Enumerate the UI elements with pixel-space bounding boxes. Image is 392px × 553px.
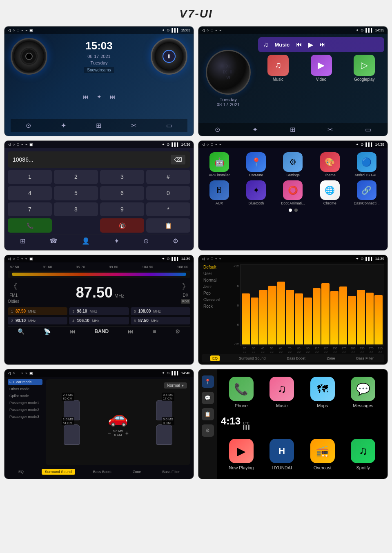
nav-call[interactable]: ☎	[49, 237, 58, 245]
app-chrome[interactable]: 🌐 Chrome	[313, 180, 347, 205]
eq-bar-10[interactable]	[321, 283, 330, 344]
app-googleplay[interactable]: ▷ Googleplay	[344, 55, 384, 82]
cp-app-phone[interactable]: 📞 Phone	[221, 373, 262, 411]
nav-apps[interactable]: ⊞	[290, 126, 295, 133]
tab-surround-active[interactable]: Surround Sound	[42, 469, 75, 475]
nav-settings[interactable]: ✂	[327, 126, 333, 133]
eq-bar-4[interactable]	[268, 286, 276, 344]
preset-1[interactable]: 1 87.50 MHz	[8, 307, 67, 315]
preset-pop[interactable]: Pop	[202, 291, 228, 296]
cp-app-nowplaying[interactable]: ▶ Now Playing	[221, 435, 262, 473]
eq-bar-13[interactable]	[348, 296, 356, 344]
next-button[interactable]: ⏭	[110, 93, 116, 100]
sidebar-icon-4[interactable]: ⚙	[202, 424, 214, 437]
plus-btn[interactable]: +	[125, 430, 129, 436]
mode-passenger3[interactable]: Passenger mode3	[8, 414, 42, 420]
nav-bt2[interactable]: ⊙	[143, 237, 149, 245]
back-icon[interactable]: ◁	[202, 142, 205, 147]
dial-5[interactable]: 5	[54, 186, 98, 200]
nav-settings[interactable]: ⚙	[173, 237, 178, 245]
backspace-btn[interactable]: ⌫	[171, 155, 185, 164]
recents-icon[interactable]: □	[17, 28, 19, 32]
nav-bt[interactable]: ✦	[252, 126, 258, 133]
dial-2[interactable]: 2	[54, 170, 98, 184]
nav-contacts[interactable]: 👤	[82, 237, 90, 245]
back-icon[interactable]: ◁	[8, 142, 11, 147]
home-icon[interactable]: ○	[207, 142, 209, 147]
prev-btn[interactable]: ⏮	[70, 328, 76, 335]
dial-1[interactable]: 1	[8, 170, 52, 184]
minus-btn[interactable]: −	[107, 430, 111, 436]
dial-7[interactable]: 7	[8, 202, 52, 217]
search-icon[interactable]: 🔍	[18, 328, 24, 335]
back-icon[interactable]: ◁	[202, 28, 205, 32]
recents-icon[interactable]: □	[211, 142, 213, 147]
recents-icon[interactable]: □	[17, 142, 19, 147]
band-btn[interactable]: BAND	[95, 329, 109, 334]
app-music[interactable]: ♫ Music	[258, 55, 298, 82]
dial-hash[interactable]: #	[146, 170, 190, 184]
music-banner[interactable]: ♫ Music ⏮ ▶ ⏭	[258, 37, 384, 52]
app-bootani[interactable]: ⭕ Boot Animati...	[276, 180, 310, 205]
app-androits[interactable]: 🔵 AndroiTS GP...	[350, 152, 383, 177]
nav-camera[interactable]: ▭	[365, 126, 371, 133]
preset-classical[interactable]: Classical	[202, 297, 228, 302]
tab-zone[interactable]: Zone	[129, 469, 145, 475]
eq-bar-6[interactable]	[286, 290, 294, 344]
mode-passenger1[interactable]: Passenger mode1	[8, 400, 42, 406]
nav-bt[interactable]: ✦	[61, 122, 66, 129]
app-aux[interactable]: 🎚 AUX	[203, 180, 236, 205]
next-btn[interactable]: ⏭	[128, 328, 134, 335]
cp-app-spotify[interactable]: ♫ Spotify	[343, 435, 384, 473]
nav-location[interactable]: ⊙	[215, 126, 220, 133]
back-icon[interactable]: ◁	[8, 257, 11, 261]
mode-fullcar[interactable]: Full car mode	[8, 379, 42, 385]
preset-4[interactable]: 4 106.10 MHz	[69, 317, 129, 324]
play-button[interactable]: ⏸	[163, 50, 176, 63]
preset-user[interactable]: User	[202, 271, 228, 276]
tab-zone[interactable]: Zone	[325, 355, 337, 361]
cp-app-messages[interactable]: 💬 Messages	[343, 373, 384, 411]
home-icon[interactable]: ○	[13, 28, 15, 32]
preset-6[interactable]: 6 87.50 MHz	[131, 317, 190, 324]
home-icon[interactable]: ○	[207, 28, 209, 32]
prev-btn[interactable]: ⏮	[296, 41, 302, 49]
sidebar-icon-3[interactable]: 📋	[202, 408, 214, 420]
end-call-button[interactable]: 📵	[100, 218, 144, 233]
app-theme[interactable]: 🎨 Theme	[313, 152, 347, 177]
dial-8[interactable]: 8	[54, 202, 98, 217]
nav-apps[interactable]: ⊞	[20, 237, 25, 245]
app-easyc[interactable]: 🔗 EasyConnecti...	[350, 180, 383, 205]
seek-fwd-icon[interactable]: 》	[182, 282, 189, 291]
back-icon[interactable]: ◁	[202, 257, 205, 261]
app-apk[interactable]: 🤖 APK installer	[203, 152, 236, 177]
dial-0[interactable]: 0	[146, 186, 190, 200]
mode-passenger2[interactable]: Passenger mode2	[8, 407, 42, 413]
eq-bar-11[interactable]	[330, 291, 339, 344]
recents-icon[interactable]: □	[17, 257, 19, 261]
tab-eq[interactable]: EQ	[210, 355, 220, 361]
back-icon[interactable]: ◁	[8, 371, 11, 375]
dial-extra[interactable]: 📋	[146, 218, 190, 233]
tab-surround[interactable]: Surround Sound	[237, 355, 268, 361]
eq-bar-3[interactable]	[259, 290, 267, 344]
eq-bar-9[interactable]	[313, 288, 321, 344]
app-video[interactable]: ▶ Video	[301, 55, 341, 82]
cp-app-overcast[interactable]: 📻 Overcast	[302, 435, 343, 473]
nav-bt[interactable]: ✦	[114, 237, 119, 245]
cp-app-hyundai[interactable]: H HYUNDAI	[262, 435, 303, 473]
eq-bar-1[interactable]	[242, 293, 250, 344]
recents-icon[interactable]: □	[211, 28, 213, 32]
seek-back-icon[interactable]: 《	[10, 282, 17, 291]
eq-bar-12[interactable]	[339, 286, 347, 344]
mode-driver[interactable]: Driver mode	[8, 386, 42, 392]
recents-icon[interactable]: □	[211, 257, 213, 261]
app-bt[interactable]: ✦ Bluetooth	[239, 180, 273, 205]
home-icon[interactable]: ○	[207, 257, 209, 261]
tab-bassfilter[interactable]: Bass Filter	[354, 355, 376, 361]
eq-bar-8[interactable]	[304, 298, 312, 344]
scan-icon[interactable]: 📡	[44, 328, 51, 335]
preset-2[interactable]: 2 90.10 MHz	[8, 317, 67, 324]
preset-default[interactable]: Default	[202, 264, 228, 270]
nav-settings[interactable]: ✂	[131, 122, 136, 129]
